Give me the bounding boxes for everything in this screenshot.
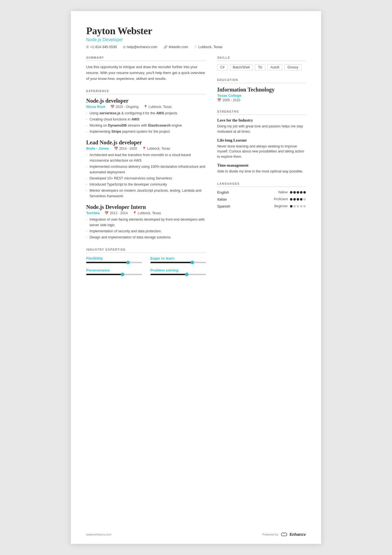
bullet-item: Using serverless.js & configuring it for… [86,110,206,116]
industry-label-1: Flexibility [86,256,142,260]
job-2: Lead Node.js developer Bode - Jones 📅 20… [86,139,206,199]
lang-english-level: Native [278,190,288,194]
job-1-bullets: Using serverless.js & configuring it for… [86,110,206,134]
lang-english-name: English [217,190,229,194]
dot [303,191,306,194]
lang-italian-dots [290,198,306,201]
progress-fill-2 [150,262,192,263]
job-2-company: Bode - Jones [86,146,109,151]
dot [303,198,306,201]
skill-tag: Groovy [284,64,301,70]
contact-row: ✆ +1-914-345-5530 ⊙ help@enhancv.com 🔗 l… [86,45,306,49]
pin-icon: 📍 [143,105,148,109]
industry-label-3: Perseverance [86,268,142,272]
dot [297,198,299,201]
strength-3-text: Able to divide my time in the most optim… [217,169,306,174]
bullet-item: Developed 10+ REST microservices using S… [86,176,206,181]
dot [290,198,292,201]
linkedin-icon: 🔗 [163,45,168,49]
strength-2-title: Life-long Learner [217,138,306,143]
progress-fill-3 [86,274,122,275]
edu-school: Texas College [217,93,306,98]
phone-icon: ✆ [86,45,89,49]
lang-italian-right: Proficient [274,197,306,201]
calendar-icon: 📅 [217,98,221,102]
phone-contact: ✆ +1-914-345-5530 [86,45,117,49]
languages-section: LANGUAGES English Native [217,182,306,208]
experience-section: EXPERIENCE Node.js developer Nixue Root … [86,89,206,240]
job-2-bullets: Architected and lead the transition from… [86,152,206,199]
email-icon: ⊙ [123,45,126,49]
lang-spanish-right: Beginner [274,204,306,208]
summary-section: SUMMARY Use this opportunity to intrigue… [86,56,206,82]
industry-label-4: Problem solving [150,268,206,272]
footer-powered-by: Powered by Enhancv [262,532,306,537]
education-title: EDUCATION [217,78,306,83]
left-column: SUMMARY Use this opportunity to intrigue… [86,56,206,283]
skills-section: SKILLS C# Batch/Shell Tcl AutoIt Groovy [217,56,306,70]
bullet-item: Implementing Stripe payment system for t… [86,129,206,134]
job-1-dates: 📅 2020 - Ongoing [110,105,139,109]
lang-english-right: Native [278,190,306,194]
footer: www.enhancv.com Powered by Enhancv [86,532,306,537]
strength-3-title: Time-management [217,163,306,168]
industry-item-flexibility: Flexibility [86,256,142,263]
dot [293,198,296,201]
dot [300,205,302,208]
progress-fill-1 [86,262,128,263]
candidate-name: Payton Webster [86,25,306,37]
main-layout: SUMMARY Use this opportunity to intrigue… [86,56,306,283]
footer-website: www.enhancv.com [86,533,111,536]
progress-dot-3 [121,273,124,276]
progress-bar-1 [86,262,142,263]
progress-bar-2 [150,262,206,263]
job-3-meta: Techbia 📅 2012 - 2014 📍 Lubbock, Texas [86,211,206,215]
lang-english-dots [290,191,306,194]
industry-grid: Flexibility Eager to learn [86,256,206,275]
job-2-meta: Bode - Jones 📅 2014 - 2020 📍 Lubbock, Te… [86,146,206,151]
header-section: Payton Webster Node.js Developer ✆ +1-91… [86,25,306,49]
progress-dot-1 [126,261,130,264]
job-2-title: Lead Node.js developer [86,139,206,146]
linkedin-contact: 🔗 linkedin.com [163,45,188,49]
phone-value: +1-914-345-5530 [90,45,117,49]
resume-page: Payton Webster Node.js Developer ✆ +1-91… [71,11,321,544]
industry-item-eager: Eager to learn [150,256,206,263]
job-1-location: 📍 Lubbock, Texas [143,105,172,109]
strength-1: Love for the Industry Doing my job with … [217,118,306,134]
industry-title: INDUSTRY EXPERTISE [86,248,206,253]
progress-dot-2 [190,261,194,264]
edu-degree: Information Technology [217,87,306,93]
pin-icon: 📍 [142,147,146,151]
pin-icon: 📍 [133,211,137,215]
summary-text: Use this opportunity to intrigue and dra… [86,64,206,82]
progress-bar-4 [150,274,206,275]
powered-by-text: Powered by [262,533,279,536]
dot [297,205,299,208]
calendar-icon: 📅 [110,105,115,109]
edu-dates: 📅 2005 - 2010 [217,98,306,102]
location-contact: ♡ Lubbock, Texas [194,45,223,49]
dot [290,191,292,194]
progress-bar-3 [86,274,142,275]
industry-label-2: Eager to learn [150,256,206,260]
job-3-bullets: Integration of user-facing elements deve… [86,217,206,240]
skills-tags: C# Batch/Shell Tcl AutoIt Groovy [217,64,306,70]
skill-tag: Tcl [255,64,265,70]
job-1-meta: Nixue Root 📅 2020 - Ongoing 📍 Lubbock, T… [86,105,206,109]
skill-tag: Batch/Shell [230,64,253,70]
enhancv-logo-icon [280,532,288,537]
lang-row-spanish: Spanish Beginner [217,204,306,208]
bullet-item: Introduced TypeScript to the developer c… [86,182,206,187]
strengths-section: STRENGTHS Love for the Industry Doing my… [217,110,306,174]
email-value: help@enhancv.com [127,45,157,49]
lang-spanish-level: Beginner [274,204,288,208]
strengths-title: STRENGTHS [217,110,306,115]
email-contact: ⊙ help@enhancv.com [123,45,157,49]
languages-title: LANGUAGES [217,182,306,187]
bullet-item: Architected and lead the transition from… [86,152,206,163]
right-column: SKILLS C# Batch/Shell Tcl AutoIt Groovy … [217,56,306,283]
job-1-company: Nixue Root [86,105,105,109]
dot [300,191,302,194]
job-3-company: Techbia [86,211,100,215]
